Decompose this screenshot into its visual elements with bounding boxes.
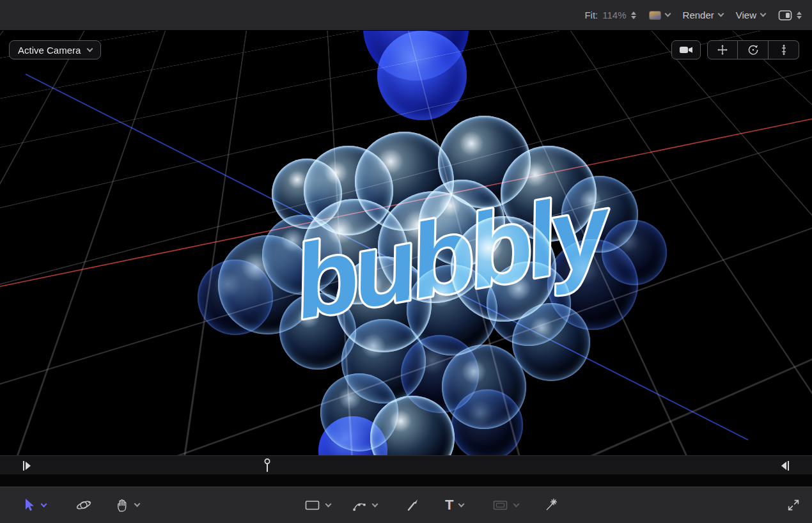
camera-view-button[interactable]: [671, 40, 701, 59]
pan-arrows-icon: [716, 43, 729, 56]
chevron-down-icon: [41, 501, 47, 507]
chevron-down-icon: [513, 501, 520, 507]
bezier-tool[interactable]: [352, 498, 377, 512]
expand-canvas-tool[interactable]: [786, 498, 800, 512]
3d-transform-tool[interactable]: [75, 497, 92, 513]
camera-move-group: [707, 40, 799, 59]
chevron-down-icon: [325, 501, 332, 507]
layout-control[interactable]: [778, 10, 802, 21]
text-tool-icon: T: [445, 498, 453, 512]
fit-label: Fit:: [584, 10, 598, 20]
adjust-glyph-tool[interactable]: [543, 497, 559, 513]
color-swatch-icon: [649, 11, 661, 20]
chevron-down-icon: [664, 11, 671, 17]
chevron-down-icon: [717, 11, 724, 17]
in-point-marker[interactable]: [24, 461, 31, 471]
chevron-down-icon: [372, 501, 379, 507]
3d-orbit-icon: [75, 497, 92, 513]
chevron-down-icon: [458, 501, 465, 507]
3d-view-tools: [671, 40, 799, 59]
canvas-layout-icon: [778, 10, 792, 21]
out-point-marker[interactable]: [781, 461, 788, 471]
rectangle-shape-tool[interactable]: [304, 498, 331, 512]
view-menu[interactable]: View: [736, 10, 765, 20]
view-menu-label: View: [736, 10, 756, 20]
mask-rectangle-icon: [492, 498, 508, 512]
render-menu[interactable]: Render: [683, 10, 723, 20]
expand-diagonal-icon: [786, 498, 800, 512]
bubbles-layer-front: [0, 31, 812, 455]
camera-select-label: Active Camera: [18, 45, 81, 56]
video-camera-icon: [679, 45, 693, 55]
tools-toolbar: T: [0, 487, 812, 523]
canvas-toolbar: Fit: 114% Render View: [0, 0, 812, 31]
fit-value: 114%: [602, 10, 626, 20]
channels-menu[interactable]: [649, 11, 670, 20]
rectangle-icon: [304, 498, 320, 512]
dolly-view-button[interactable]: [769, 40, 799, 59]
select-arrow-icon: [22, 497, 36, 513]
layout-stepper[interactable]: [797, 12, 802, 19]
adjust-glyph-icon: [543, 497, 559, 513]
hand-icon: [115, 498, 129, 513]
camera-select-button[interactable]: Active Camera: [9, 40, 101, 59]
pan-hand-tool[interactable]: [115, 498, 139, 513]
text-tool[interactable]: T: [445, 498, 464, 512]
timeline-gap: [0, 474, 812, 487]
motion-canvas-window: Fit: 114% Render View: [0, 0, 812, 523]
render-menu-label: Render: [683, 10, 714, 20]
bezier-pen-icon: [352, 498, 367, 512]
bubble: [512, 303, 590, 381]
orbit-view-button[interactable]: [738, 40, 769, 59]
zoom-stepper[interactable]: [631, 12, 636, 19]
bubble: [602, 220, 667, 285]
zoom-fit-control[interactable]: Fit: 114%: [584, 10, 636, 20]
pan-view-button[interactable]: [707, 40, 738, 59]
mask-tool-disabled[interactable]: [492, 498, 519, 512]
paint-stroke-tool[interactable]: [405, 498, 421, 513]
paintbrush-icon: [405, 498, 421, 513]
chevron-down-icon: [134, 501, 141, 507]
select-transform-tool[interactable]: [22, 497, 46, 513]
orbit-rotate-icon: [747, 43, 760, 56]
chevron-down-icon: [760, 11, 767, 17]
dolly-arrows-icon: [777, 43, 790, 56]
bubble: [407, 265, 497, 355]
canvas-viewport[interactable]: bubbly Active Camera: [0, 31, 812, 455]
playhead[interactable]: [265, 459, 269, 472]
chevron-down-icon: [87, 45, 93, 52]
mini-timeline[interactable]: [0, 455, 812, 474]
